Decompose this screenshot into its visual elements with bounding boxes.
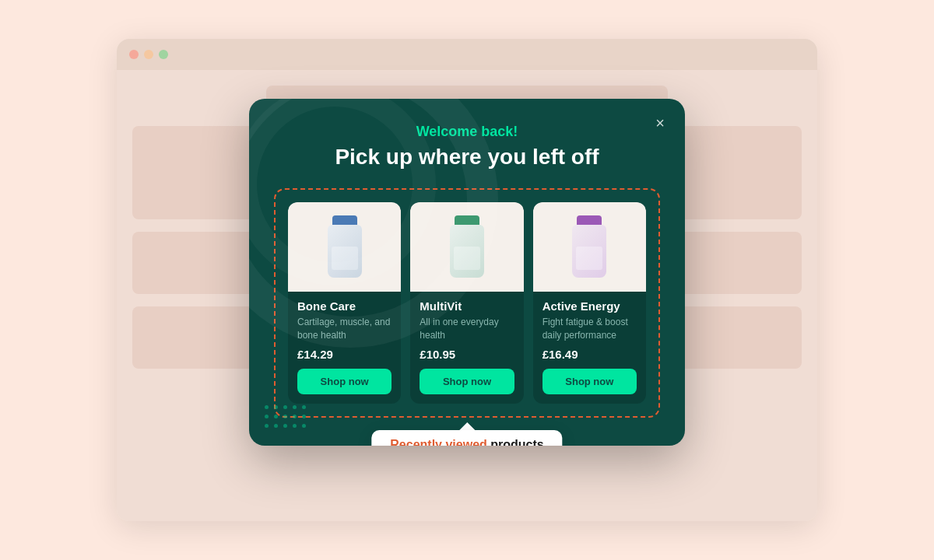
shop-now-button-bone-care[interactable]: Shop now <box>297 369 392 394</box>
modal: × Welcome back! Pick up where <box>249 99 685 446</box>
products-container: Bone Care Cartilage, muscle, and bone he… <box>274 188 660 418</box>
product-info-active-energy: Active Energy Fight fatigue & boost dail… <box>533 292 646 404</box>
modal-overlay: × Welcome back! Pick up where <box>117 39 817 521</box>
tooltip-box: Recently viewed products <box>371 430 562 446</box>
product-desc-multivit: All in one everyday health <box>420 316 514 342</box>
product-info-multivit: MultiVit All in one everyday health £10.… <box>410 292 523 404</box>
tooltip-products-text: products <box>487 438 544 446</box>
product-desc-active-energy: Fight fatigue & boost daily performance <box>542 316 637 342</box>
product-info-bone-care: Bone Care Cartilage, muscle, and bone he… <box>288 292 401 404</box>
shop-now-button-multivit[interactable]: Shop now <box>420 369 514 394</box>
product-name-bone-care: Bone Care <box>297 299 392 313</box>
product-card-active-energy: Active Energy Fight fatigue & boost dail… <box>533 202 646 404</box>
product-name-active-energy: Active Energy <box>542 299 637 313</box>
close-button[interactable]: × <box>648 111 672 136</box>
product-image-multivit <box>410 202 523 292</box>
product-desc-bone-care: Cartilage, muscle, and bone health <box>297 316 392 342</box>
product-card-bone-care: Bone Care Cartilage, muscle, and bone he… <box>288 202 401 404</box>
product-card-multivit: MultiVit All in one everyday health £10.… <box>410 202 523 404</box>
bottle-bone-care <box>325 215 365 278</box>
bottle-active-energy <box>569 215 609 278</box>
modal-title: Pick up where you left off <box>274 145 660 170</box>
tooltip-arrow <box>459 422 475 430</box>
dots-decoration <box>265 405 308 430</box>
product-name-multivit: MultiVit <box>420 299 514 313</box>
product-price-bone-care: £14.29 <box>297 348 392 361</box>
product-price-active-energy: £16.49 <box>542 348 637 361</box>
modal-subtitle: Welcome back! <box>274 124 660 140</box>
product-image-active-energy <box>533 202 646 292</box>
product-image-bone-care <box>288 202 401 292</box>
shop-now-button-active-energy[interactable]: Shop now <box>542 369 637 394</box>
tooltip-recently-text: Recently viewed <box>390 438 487 446</box>
product-price-multivit: £10.95 <box>420 348 514 361</box>
bottle-multivit <box>447 215 487 278</box>
browser-window: × Welcome back! Pick up where <box>117 39 817 521</box>
recently-viewed-tooltip: Recently viewed products <box>371 422 562 446</box>
